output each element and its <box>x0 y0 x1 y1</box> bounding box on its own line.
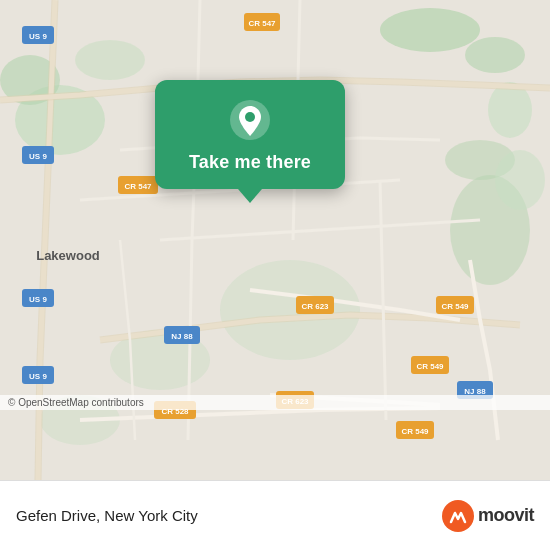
svg-text:CR 549: CR 549 <box>401 427 429 436</box>
svg-point-10 <box>220 260 360 360</box>
attribution-text: © OpenStreetMap contributors <box>8 397 144 408</box>
svg-text:CR 549: CR 549 <box>416 362 444 371</box>
popup-label: Take me there <box>189 152 311 173</box>
svg-text:CR 547: CR 547 <box>124 182 152 191</box>
svg-point-43 <box>245 112 255 122</box>
svg-point-1 <box>380 8 480 52</box>
bottom-bar: Gefen Drive, New York City moovit <box>0 480 550 550</box>
location-text: Gefen Drive, New York City <box>16 507 198 524</box>
svg-text:US 9: US 9 <box>29 372 47 381</box>
moovit-icon <box>442 500 474 532</box>
svg-point-44 <box>442 500 474 532</box>
attribution-bar: © OpenStreetMap contributors <box>0 395 550 410</box>
svg-text:US 9: US 9 <box>29 152 47 161</box>
svg-text:US 9: US 9 <box>29 32 47 41</box>
svg-text:NJ 88: NJ 88 <box>171 332 193 341</box>
svg-text:CR 623: CR 623 <box>301 302 329 311</box>
svg-text:US 9: US 9 <box>29 295 47 304</box>
location-pin-icon <box>228 98 272 142</box>
svg-text:CR 549: CR 549 <box>441 302 469 311</box>
svg-point-2 <box>465 37 525 73</box>
svg-point-9 <box>495 150 545 210</box>
svg-text:CR 547: CR 547 <box>248 19 276 28</box>
svg-text:Lakewood: Lakewood <box>36 248 100 263</box>
moovit-logo: moovit <box>442 500 534 532</box>
popup-card[interactable]: Take me there <box>155 80 345 189</box>
moovit-wordmark: moovit <box>478 505 534 526</box>
map-container: US 9 CR 547 US 9 CR 547 Lakewood US 9 NJ… <box>0 0 550 480</box>
svg-point-7 <box>75 40 145 80</box>
